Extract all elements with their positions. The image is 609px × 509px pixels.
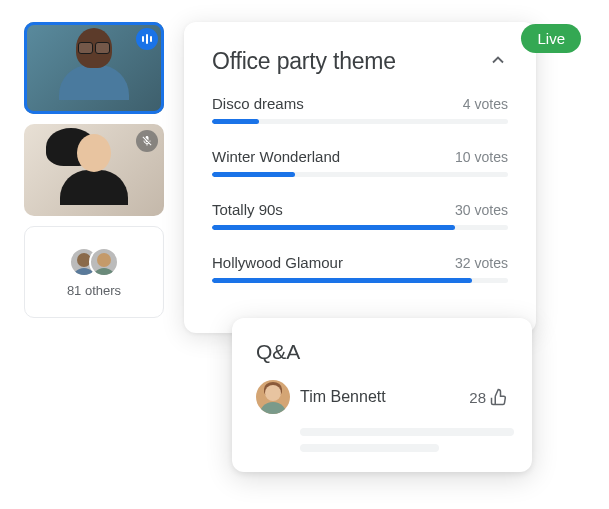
others-avatars [69,247,119,277]
poll-option-label: Totally 90s [212,201,283,218]
thumbs-up-icon [490,388,508,406]
poll-option[interactable]: Totally 90s 30 votes [212,201,508,230]
poll-panel: Office party theme Disco dreams 4 votes … [184,22,536,333]
speaking-icon [136,28,158,50]
others-tile[interactable]: 81 others [24,226,164,318]
qa-text-placeholder [300,444,439,452]
poll-option-votes: 32 votes [455,255,508,271]
participant-tile-2[interactable] [24,124,164,216]
qa-panel: Q&A Tim Bennett 28 [232,318,532,472]
upvote-count: 28 [469,389,486,406]
mic-off-icon [136,130,158,152]
poll-option-label: Hollywood Glamour [212,254,343,271]
poll-option-votes: 4 votes [463,96,508,112]
poll-bar [212,225,508,230]
poll-option[interactable]: Winter Wonderland 10 votes [212,148,508,177]
chevron-up-icon[interactable] [488,50,508,74]
qa-title: Q&A [256,340,508,364]
qa-item[interactable]: Tim Bennett 28 [256,380,508,414]
participant-tile-1[interactable] [24,22,164,114]
others-count: 81 others [67,283,121,298]
poll-title: Office party theme [212,48,396,75]
participant-video [54,28,134,108]
poll-bar [212,119,508,124]
upvote-button[interactable]: 28 [469,388,508,406]
avatar [89,247,119,277]
participant-video [54,134,134,214]
poll-option-votes: 10 votes [455,149,508,165]
poll-option[interactable]: Hollywood Glamour 32 votes [212,254,508,283]
avatar [256,380,290,414]
live-badge: Live [521,24,581,53]
poll-bar [212,172,508,177]
poll-option-label: Disco dreams [212,95,304,112]
qa-author-name: Tim Bennett [300,388,459,406]
poll-bar [212,278,508,283]
poll-option-label: Winter Wonderland [212,148,340,165]
qa-text-placeholder [300,428,514,436]
poll-option-votes: 30 votes [455,202,508,218]
poll-option[interactable]: Disco dreams 4 votes [212,95,508,124]
